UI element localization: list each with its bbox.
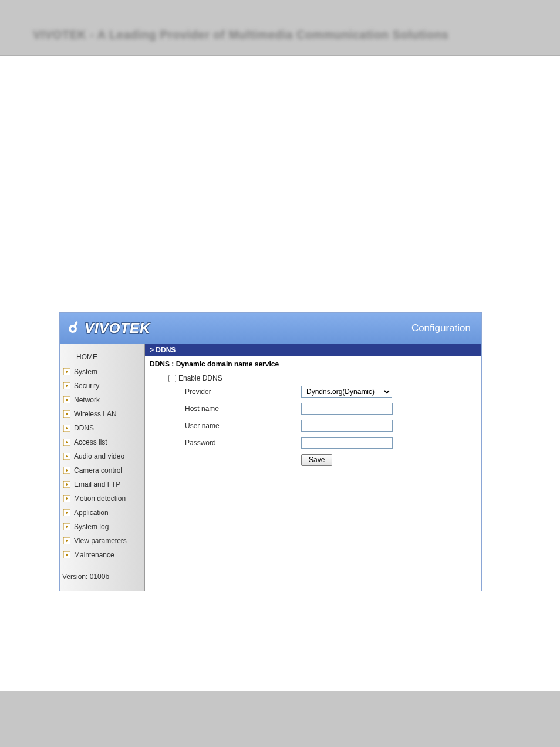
password-row: Password: [168, 437, 477, 449]
username-input[interactable]: [301, 420, 393, 432]
sidebar-item-label: DDNS: [74, 424, 94, 432]
hostname-row: Host name: [168, 403, 477, 415]
sidebar-item-label: Wireless LAN: [74, 410, 117, 418]
page-bottom-band: [0, 691, 560, 747]
sidebar-item-label: Network: [74, 396, 100, 404]
config-window: VIVOTEK Configuration HOME System Securi…: [59, 312, 482, 591]
sidebar-item-motion-detection[interactable]: Motion detection: [60, 492, 144, 506]
ddns-form: Enable DDNS Provider Dyndns.org(Dynamic)…: [145, 372, 481, 470]
arrow-right-icon: [63, 368, 70, 375]
sidebar-item-label: Motion detection: [74, 494, 126, 503]
hostname-label: Host name: [185, 405, 301, 413]
sidebar-item-label: System: [74, 368, 97, 376]
provider-select[interactable]: Dyndns.org(Dynamic): [301, 386, 392, 398]
arrow-right-icon: [63, 425, 70, 432]
app-header: VIVOTEK Configuration: [60, 313, 481, 344]
username-label: User name: [185, 422, 301, 430]
arrow-right-icon: [63, 396, 70, 403]
sidebar-item-email-ftp[interactable]: Email and FTP: [60, 477, 144, 492]
sidebar-item-ddns[interactable]: DDNS: [60, 421, 144, 435]
sidebar-item-security[interactable]: Security: [60, 379, 144, 393]
arrow-right-icon: [63, 439, 70, 446]
svg-rect-2: [73, 321, 78, 327]
page-title: Configuration: [411, 322, 471, 334]
arrow-right-icon: [63, 467, 70, 474]
arrow-right-icon: [63, 410, 70, 418]
sidebar-item-label: Security: [74, 382, 99, 390]
password-input[interactable]: [301, 437, 393, 449]
sidebar-item-camera-control[interactable]: Camera control: [60, 463, 144, 477]
brand-logo: VIVOTEK: [66, 319, 150, 338]
sidebar-item-network[interactable]: Network: [60, 393, 144, 407]
sidebar-item-system-log[interactable]: System log: [60, 520, 144, 534]
svg-point-1: [71, 327, 75, 331]
sidebar-home[interactable]: HOME: [60, 350, 144, 365]
username-row: User name: [168, 420, 477, 432]
panel-title: DDNS : Dynamic domain name service: [145, 356, 481, 372]
sidebar-item-label: Audio and video: [74, 452, 124, 460]
sidebar-item-access-list[interactable]: Access list: [60, 435, 144, 449]
enable-ddns-checkbox[interactable]: [168, 375, 176, 382]
sidebar-item-maintenance[interactable]: Maintenance: [60, 548, 144, 562]
provider-row: Provider Dyndns.org(Dynamic): [168, 386, 477, 398]
arrow-right-icon: [63, 481, 70, 488]
sidebar-item-label: Application: [74, 509, 109, 517]
sidebar: HOME System Security Network: [60, 344, 145, 591]
arrow-right-icon: [63, 551, 70, 558]
sidebar-item-system[interactable]: System: [60, 365, 144, 379]
password-label: Password: [185, 439, 301, 447]
sidebar-item-audio-video[interactable]: Audio and video: [60, 449, 144, 463]
enable-ddns-row: Enable DDNS: [168, 374, 477, 382]
arrow-right-icon: [63, 509, 70, 516]
content-panel: > DDNS DDNS : Dynamic domain name servic…: [145, 344, 481, 591]
app-body: HOME System Security Network: [60, 344, 481, 591]
brand-text: VIVOTEK: [85, 320, 150, 337]
hostname-input[interactable]: [301, 403, 393, 415]
page-top-band: VIVOTEK - A Leading Provider of Multimed…: [0, 0, 560, 56]
arrow-right-icon: [63, 523, 70, 530]
arrow-right-icon: [63, 453, 70, 460]
sidebar-item-label: View parameters: [74, 537, 127, 545]
arrow-right-icon: [63, 495, 70, 502]
provider-label: Provider: [185, 388, 301, 396]
sidebar-item-label: Email and FTP: [74, 480, 120, 489]
breadcrumb: > DDNS: [145, 344, 481, 356]
save-button[interactable]: Save: [301, 454, 332, 466]
blurred-title: VIVOTEK - A Leading Provider of Multimed…: [33, 28, 448, 42]
sidebar-item-label: Access list: [74, 438, 107, 446]
arrow-right-icon: [63, 537, 70, 544]
sidebar-item-application[interactable]: Application: [60, 506, 144, 520]
enable-ddns-label: Enable DDNS: [178, 374, 222, 382]
version-text: Version: 0100b: [60, 562, 144, 583]
sidebar-item-label: Camera control: [74, 466, 122, 475]
camera-icon: [66, 319, 82, 338]
sidebar-item-label: Maintenance: [74, 551, 114, 559]
sidebar-item-label: System log: [74, 523, 109, 531]
save-row: Save: [168, 454, 477, 466]
sidebar-item-view-parameters[interactable]: View parameters: [60, 534, 144, 548]
arrow-right-icon: [63, 382, 70, 389]
sidebar-item-wireless-lan[interactable]: Wireless LAN: [60, 407, 144, 421]
